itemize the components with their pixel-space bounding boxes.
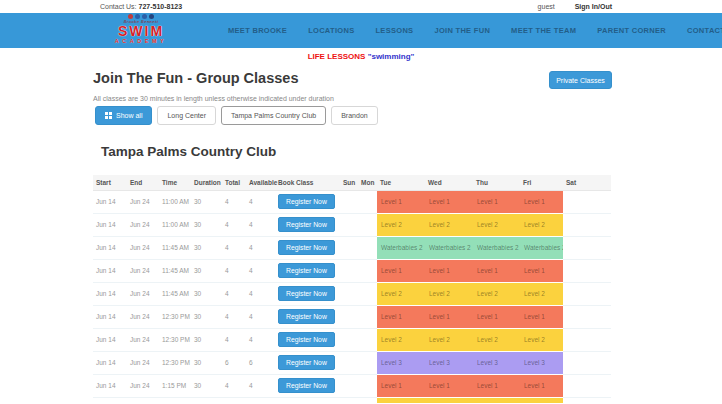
- nav-item-lessons[interactable]: LESSONS: [375, 26, 413, 35]
- cell-mon: [358, 213, 377, 236]
- cell-end-date: Jun 24: [127, 259, 159, 282]
- column-header-sun: Sun: [340, 175, 358, 190]
- sign-in-out-link[interactable]: Sign In/Out: [575, 3, 612, 10]
- cell-tue-level: Level 1: [377, 305, 425, 328]
- cell-available: 4: [246, 236, 275, 259]
- cell-start-date: Jun 14: [93, 328, 127, 351]
- logo-swim-text: SWIM: [85, 24, 197, 38]
- cell-thu-level: Level 2: [473, 282, 520, 305]
- contact-label: Contact Us:: [100, 3, 137, 10]
- column-header-available: Available: [246, 175, 275, 190]
- cell-duration: 30: [191, 236, 222, 259]
- cell-start-date: Jun 14: [93, 282, 127, 305]
- cell-sun: [340, 259, 358, 282]
- cell-empty: [275, 397, 340, 403]
- cell-available: 4: [246, 374, 275, 397]
- cell-sat: [563, 397, 611, 403]
- top-bar: Contact Us: 727-510-8123 guest Sign In/O…: [0, 0, 722, 13]
- register-now-button[interactable]: Register Now: [278, 217, 335, 232]
- cell-duration: 30: [191, 374, 222, 397]
- register-now-button[interactable]: Register Now: [278, 194, 335, 209]
- column-header-tue: Tue: [377, 175, 425, 190]
- contact-phone: 727-510-8123: [139, 3, 183, 10]
- cell-thu-level: Level 1: [473, 190, 520, 213]
- cell-thu-level: Level 2: [473, 213, 520, 236]
- register-now-button[interactable]: Register Now: [278, 263, 335, 278]
- column-header-thu: Thu: [473, 175, 520, 190]
- cell-sat: [563, 259, 611, 282]
- cell-mon: [358, 305, 377, 328]
- cell-tue-level: [377, 397, 425, 403]
- cell-available: 4: [246, 190, 275, 213]
- filter-button-label: Brandon: [341, 112, 367, 119]
- cell-tue-level: Level 1: [377, 190, 425, 213]
- page-subtitle: All classes are 30 minutes in length unl…: [93, 95, 334, 102]
- cell-time: 11:45 AM: [159, 236, 191, 259]
- tagline-red-text: LIFE LESSONS: [308, 52, 366, 61]
- register-now-button[interactable]: Register Now: [278, 309, 335, 324]
- cell-wed-level: Level 1: [425, 259, 473, 282]
- cell-tue-level: Level 1: [377, 374, 425, 397]
- cell-mon: [358, 351, 377, 374]
- cell-book-class: Register Now: [275, 374, 340, 397]
- cell-tue-level: Level 2: [377, 328, 425, 351]
- register-now-button[interactable]: Register Now: [278, 286, 335, 301]
- cell-end-date: Jun 24: [127, 305, 159, 328]
- cell-tue-level: Level 1: [377, 259, 425, 282]
- cell-fri-level: Level 1: [520, 374, 563, 397]
- cell-fri-level: Waterbabies 2: [520, 236, 563, 259]
- register-now-button[interactable]: Register Now: [278, 332, 335, 347]
- cell-empty: [222, 397, 246, 403]
- cell-mon: [358, 282, 377, 305]
- cell-empty: [93, 397, 127, 403]
- cell-mon: [358, 374, 377, 397]
- register-now-button[interactable]: Register Now: [278, 355, 335, 370]
- cell-wed-level: [425, 397, 473, 403]
- filter-button-long-center[interactable]: Long Center: [157, 106, 216, 125]
- table-row: Jun 14Jun 2411:45 AM3044Register NowLeve…: [93, 282, 611, 305]
- cell-duration: 30: [191, 213, 222, 236]
- cell-end-date: Jun 24: [127, 282, 159, 305]
- filter-button-brandon[interactable]: Brandon: [331, 106, 377, 125]
- table-row: Jun 14Jun 2412:30 PM3044Register NowLeve…: [93, 305, 611, 328]
- private-classes-button[interactable]: Private Classes: [549, 71, 612, 89]
- cell-empty: [358, 397, 377, 403]
- nav-item-meet-the-team[interactable]: MEET THE TEAM: [511, 26, 576, 35]
- table-row: Jun 14Jun 2411:00 AM3044Register NowLeve…: [93, 213, 611, 236]
- cell-mon: [358, 328, 377, 351]
- register-now-button[interactable]: Register Now: [278, 240, 335, 255]
- register-now-button[interactable]: Register Now: [278, 378, 335, 393]
- cell-wed-level: Level 1: [425, 190, 473, 213]
- location-filters: Show allLong CenterTampa Palms Country C…: [95, 106, 378, 125]
- cell-time: 1:15 PM: [159, 374, 191, 397]
- column-header-fri: Fri: [520, 175, 563, 190]
- cell-sat: [563, 236, 611, 259]
- cell-sun: [340, 236, 358, 259]
- cell-available: 6: [246, 351, 275, 374]
- nav-item-join-the-fun[interactable]: JOIN THE FUN: [434, 26, 490, 35]
- cell-fri-level: Level 2: [520, 282, 563, 305]
- cell-thu-level: [473, 397, 520, 403]
- cell-book-class: Register Now: [275, 351, 340, 374]
- column-header-book-class: Book Class: [275, 175, 340, 190]
- cell-book-class: Register Now: [275, 190, 340, 213]
- nav-item-meet-brooke[interactable]: MEET BROOKE: [228, 26, 287, 35]
- cell-total: 4: [222, 259, 246, 282]
- filter-button-tampa-palms-country-club[interactable]: Tampa Palms Country Club: [221, 106, 326, 125]
- nav-item-contact-us[interactable]: CONTACT US: [687, 26, 722, 35]
- column-header-end: End: [127, 175, 159, 190]
- cell-time: 11:00 AM: [159, 190, 191, 213]
- cell-sat: [563, 351, 611, 374]
- filter-button-label: Tampa Palms Country Club: [231, 112, 316, 119]
- cell-start-date: Jun 14: [93, 236, 127, 259]
- main-navbar: Brooke Bennett SWIM ACADEMY MEET BROOKEL…: [0, 13, 722, 48]
- cell-book-class: Register Now: [275, 259, 340, 282]
- nav-item-locations[interactable]: LOCATIONS: [308, 26, 354, 35]
- filter-button-show-all[interactable]: Show all: [95, 106, 152, 125]
- schedule-table-wrap: StartEndTimeDurationTotalAvailableBook C…: [93, 175, 611, 404]
- section-title: Tampa Palms Country Club: [101, 144, 276, 159]
- swim-academy-logo[interactable]: Brooke Bennett SWIM ACADEMY: [85, 14, 197, 45]
- nav-item-parent-corner[interactable]: PARENT CORNER: [597, 26, 666, 35]
- cell-book-class: Register Now: [275, 328, 340, 351]
- column-header-wed: Wed: [425, 175, 473, 190]
